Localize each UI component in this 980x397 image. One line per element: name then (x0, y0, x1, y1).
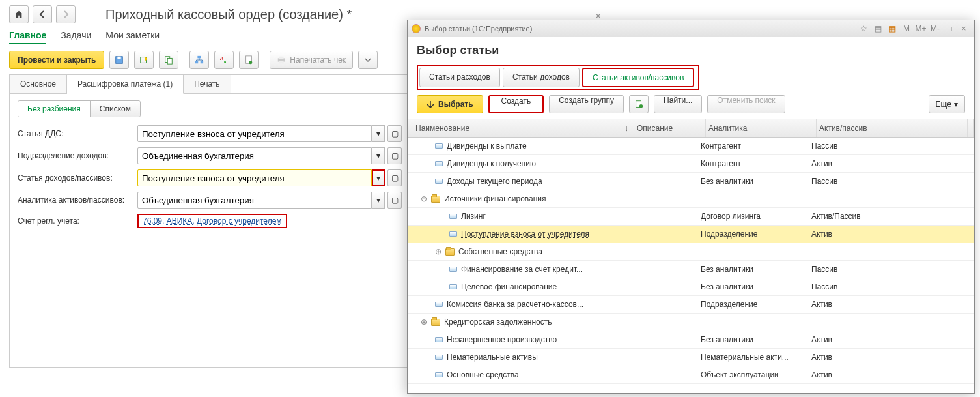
open-icon[interactable]: ▢ (387, 125, 402, 142)
item-icon (449, 267, 457, 272)
row-name: Финансирование за счет кредит... (461, 265, 583, 274)
expander-icon[interactable]: ⊖ (421, 194, 427, 203)
dropdown-icon[interactable]: ▾ (372, 125, 385, 142)
folder-icon (431, 196, 440, 203)
col-analytics[interactable]: Аналитика (706, 119, 817, 137)
tab-print[interactable]: Печать (184, 75, 231, 93)
expander-icon[interactable]: ⊕ (421, 317, 427, 327)
create-button[interactable]: Создать (488, 95, 544, 113)
tab-payment-detail[interactable]: Расшифровка платежа (1) (67, 75, 184, 94)
table-row[interactable]: Дивиденды к выплатеКонтрагентПассив (408, 138, 974, 155)
attach-icon[interactable] (239, 51, 259, 69)
svg-rect-14 (279, 61, 284, 64)
row-name: Целевое финансирование (461, 282, 557, 291)
item-icon (449, 214, 457, 219)
item-icon (435, 179, 443, 184)
calendar-icon[interactable]: ▦ (886, 23, 899, 35)
label-income-passive: Статья доходов/пассивов: (18, 173, 137, 183)
svg-point-16 (639, 104, 643, 108)
tab-assets-liabilities[interactable]: Статьи активов/пассивов (582, 68, 694, 87)
table-row[interactable]: ⊕Собственные средства (408, 243, 974, 261)
toggle-list[interactable]: Списком (91, 101, 140, 117)
item-icon (435, 355, 443, 360)
view-toggle[interactable]: Без разбиения Списком (18, 100, 141, 117)
svg-rect-7 (201, 61, 203, 64)
account-link[interactable]: 76.09, АВИКА, Договор с учредителем (143, 216, 282, 226)
copy-icon[interactable] (159, 51, 178, 69)
svg-rect-6 (195, 61, 198, 64)
create-group-button[interactable]: Создать группу (549, 95, 624, 113)
field-analytics[interactable] (137, 192, 372, 209)
table-row[interactable]: Финансирование за счет кредит...Без анал… (408, 261, 974, 278)
svg-text:Д: Д (220, 55, 223, 60)
select-button[interactable]: Выбрать (417, 95, 483, 113)
table-row[interactable]: ⊖Источники финансирования (408, 190, 974, 208)
select-article-dialog: Выбор статьи (1С:Предприятие) ☆ ▤ ▦ M M+… (407, 20, 975, 394)
home-button[interactable] (9, 5, 29, 23)
calc-icon[interactable]: ▤ (871, 23, 884, 35)
m-icon[interactable]: M (900, 23, 913, 35)
table-row[interactable]: ЛизингДоговор лизингаАктив/Пассив (408, 208, 974, 226)
open-icon[interactable]: ▢ (387, 192, 402, 209)
dialog-titlebar: Выбор статьи (1С:Предприятие) (425, 25, 532, 33)
extra-menu[interactable] (358, 51, 378, 69)
table-row[interactable]: Комиссия банка за расчетно-кассов...Подр… (408, 296, 974, 314)
nav-main[interactable]: Главное (9, 30, 46, 44)
col-name[interactable]: Наименование↓ (413, 119, 634, 137)
forward-button (56, 5, 76, 23)
row-name: Кредиторская задолженность (444, 317, 552, 327)
nav-notes[interactable]: Мои заметки (105, 30, 160, 44)
nav-tasks[interactable]: Задачи (61, 30, 91, 44)
table-row[interactable]: Незавершенное производствоБез аналитикиА… (408, 331, 974, 349)
table-row[interactable]: Целевое финансированиеБез аналитикиПасси… (408, 278, 974, 296)
folder-icon (445, 248, 455, 256)
row-name: Комиссия банка за расчетно-кассов... (447, 300, 583, 309)
mminus-icon[interactable]: M- (929, 23, 942, 35)
maximize-icon[interactable]: □ (943, 23, 956, 35)
field-division[interactable] (137, 147, 372, 164)
item-icon (449, 231, 457, 237)
field-dds[interactable] (137, 125, 372, 142)
row-name: Источники финансирования (444, 194, 546, 203)
table-row[interactable]: Дивиденды к получениюКонтрагентАктив (408, 155, 974, 173)
dtkt-icon[interactable]: ДК (214, 51, 234, 69)
dropdown-icon[interactable]: ▾ (372, 192, 385, 209)
post-icon[interactable] (134, 51, 154, 69)
tab-expenses[interactable]: Статьи расходов (419, 68, 500, 87)
table-row[interactable]: Основные средстваОбъект эксплуатацииАкти… (408, 366, 974, 384)
mplus-icon[interactable]: M+ (914, 23, 927, 35)
table-row[interactable]: Нематериальные активыНематериальные акти… (408, 349, 974, 366)
save-icon[interactable] (109, 51, 129, 69)
svg-rect-4 (168, 58, 173, 64)
expander-icon[interactable]: ⊕ (435, 247, 441, 256)
item-icon (435, 337, 443, 342)
label-analytics: Аналитика активов/пассивов: (18, 196, 137, 205)
find-button[interactable]: Найти... (654, 95, 702, 113)
fav-icon[interactable]: ☆ (857, 23, 870, 35)
col-desc[interactable]: Описание (634, 119, 706, 137)
dropdown-icon[interactable]: ▾ (372, 169, 385, 186)
svg-rect-5 (198, 56, 201, 59)
field-income-passive[interactable] (137, 169, 372, 186)
dialog-heading: Выбор статьи (417, 44, 965, 57)
more-button[interactable]: Еще ▾ (929, 95, 965, 113)
table-row[interactable]: ⊕Кредиторская задолженность (408, 314, 974, 331)
item-icon (435, 143, 443, 149)
back-button[interactable] (33, 5, 52, 23)
print-label: Напечатать чек (290, 55, 346, 65)
row-name: Доходы текущего периода (447, 177, 542, 186)
toggle-no-split[interactable]: Без разбиения (18, 101, 91, 117)
struct-icon[interactable] (189, 51, 209, 69)
item-icon (435, 372, 443, 377)
table-row[interactable]: Поступление взноса от учредителяПодразде… (408, 226, 974, 243)
open-icon[interactable]: ▢ (387, 169, 402, 186)
dropdown-icon[interactable]: ▾ (372, 147, 385, 164)
close-icon[interactable]: × (957, 23, 970, 35)
tab-income[interactable]: Статьи доходов (503, 68, 580, 87)
open-icon[interactable]: ▢ (387, 147, 402, 164)
table-row[interactable]: Доходы текущего периодаБез аналитикиПасс… (408, 173, 974, 190)
refresh-icon[interactable] (629, 95, 649, 113)
tab-basic[interactable]: Основное (10, 75, 67, 93)
col-ap[interactable]: Актив/пассив (817, 119, 968, 137)
save-close-button[interactable]: Провести и закрыть (9, 51, 104, 69)
